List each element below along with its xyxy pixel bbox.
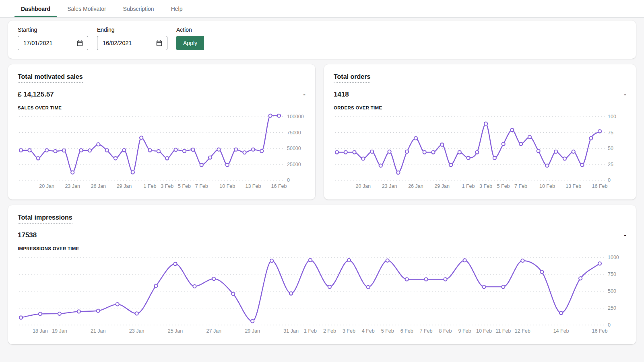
action-label: Action bbox=[176, 27, 204, 33]
svg-text:1 Feb: 1 Feb bbox=[144, 183, 157, 189]
ending-label: Ending bbox=[97, 27, 167, 33]
svg-text:20 Jan: 20 Jan bbox=[39, 183, 54, 189]
svg-text:75000: 75000 bbox=[287, 130, 301, 136]
tab-subscription[interactable]: Subscription bbox=[117, 0, 161, 17]
svg-text:250: 250 bbox=[608, 305, 616, 311]
svg-text:29 Jan: 29 Jan bbox=[434, 183, 450, 189]
ending-date-input[interactable]: 16/02/2021 bbox=[97, 36, 167, 50]
calendar-icon[interactable] bbox=[76, 40, 83, 47]
svg-text:16 Feb: 16 Feb bbox=[592, 328, 608, 334]
svg-text:13 Feb: 13 Feb bbox=[566, 183, 581, 189]
svg-text:29 Jan: 29 Jan bbox=[245, 328, 260, 334]
svg-text:31 Jan: 31 Jan bbox=[283, 328, 299, 334]
svg-text:23 Jan: 23 Jan bbox=[382, 183, 397, 189]
orders-value: 1418 bbox=[334, 90, 349, 99]
orders-chart-label: ORDERS OVER TIME bbox=[334, 105, 626, 110]
impressions-secondary-value: - bbox=[624, 231, 626, 239]
svg-text:500: 500 bbox=[608, 288, 616, 294]
svg-text:29 Jan: 29 Jan bbox=[117, 183, 132, 189]
svg-text:50000: 50000 bbox=[287, 146, 301, 151]
tab-dashboard[interactable]: Dashboard bbox=[14, 0, 57, 17]
starting-label: Starting bbox=[18, 27, 88, 33]
svg-text:0: 0 bbox=[608, 322, 611, 328]
svg-text:5 Feb: 5 Feb bbox=[497, 183, 510, 189]
svg-text:5 Feb: 5 Feb bbox=[178, 183, 191, 189]
sales-value-row: £ 14,125.57 - bbox=[18, 90, 305, 99]
svg-text:10 Feb: 10 Feb bbox=[539, 183, 555, 189]
svg-text:100: 100 bbox=[608, 114, 616, 119]
impressions-line-chart: 0250500750100018 Jan19 Jan21 Jan23 Jan25… bbox=[18, 253, 626, 335]
calendar-icon[interactable] bbox=[156, 40, 163, 47]
svg-text:21 Jan: 21 Jan bbox=[91, 328, 106, 334]
date-range-filter-card: Starting 17/01/2021 Ending 16/02/2021 bbox=[8, 21, 636, 59]
tab-help[interactable]: Help bbox=[165, 0, 189, 17]
svg-text:75: 75 bbox=[608, 130, 613, 136]
svg-text:8 Feb: 8 Feb bbox=[439, 328, 452, 334]
dashboard-page: Starting 17/01/2021 Ending 16/02/2021 bbox=[0, 18, 644, 352]
orders-value-row: 1418 - bbox=[334, 90, 626, 99]
svg-text:23 Jan: 23 Jan bbox=[65, 183, 80, 189]
svg-text:14 Feb: 14 Feb bbox=[553, 328, 569, 334]
svg-text:20 Jan: 20 Jan bbox=[356, 183, 371, 189]
svg-text:7 Feb: 7 Feb bbox=[514, 183, 527, 189]
svg-text:26 Jan: 26 Jan bbox=[408, 183, 423, 189]
total-motivated-sales-card: Total motivated sales £ 14,125.57 - SALE… bbox=[8, 64, 315, 200]
svg-text:1 Feb: 1 Feb bbox=[462, 183, 475, 189]
svg-text:4 Feb: 4 Feb bbox=[362, 328, 375, 334]
svg-text:3 Feb: 3 Feb bbox=[343, 328, 355, 334]
total-orders-card: Total orders 1418 - ORDERS OVER TIME 025… bbox=[324, 64, 636, 200]
svg-text:9 Feb: 9 Feb bbox=[458, 328, 471, 334]
apply-button[interactable]: Apply bbox=[176, 36, 204, 50]
orders-line-chart: 025507510020 Jan23 Jan26 Jan29 Jan1 Feb3… bbox=[334, 113, 626, 191]
total-motivated-sales-title[interactable]: Total motivated sales bbox=[18, 73, 83, 83]
svg-text:18 Jan: 18 Jan bbox=[33, 328, 48, 334]
sales-line-chart: 025000500007500010000020 Jan23 Jan26 Jan… bbox=[18, 113, 305, 191]
tab-sales-motivator[interactable]: Sales Motivator bbox=[61, 0, 112, 17]
svg-text:19 Jan: 19 Jan bbox=[52, 328, 67, 334]
ending-date-value: 16/02/2021 bbox=[103, 40, 132, 46]
action-field: Action Apply bbox=[176, 27, 204, 50]
svg-text:7 Feb: 7 Feb bbox=[195, 183, 208, 189]
orders-secondary-value: - bbox=[624, 90, 626, 99]
sales-chart-label: SALES OVER TIME bbox=[18, 105, 305, 110]
tab-help-label: Help bbox=[171, 6, 183, 12]
tab-sales-motivator-label: Sales Motivator bbox=[67, 6, 106, 12]
total-orders-title[interactable]: Total orders bbox=[334, 73, 370, 83]
svg-text:16 Feb: 16 Feb bbox=[271, 183, 287, 189]
svg-text:11 Feb: 11 Feb bbox=[495, 328, 511, 334]
impressions-value: 17538 bbox=[18, 231, 37, 239]
svg-text:10 Feb: 10 Feb bbox=[476, 328, 492, 334]
svg-text:2 Feb: 2 Feb bbox=[323, 328, 336, 334]
sales-secondary-value: - bbox=[303, 90, 305, 99]
svg-text:3 Feb: 3 Feb bbox=[161, 183, 173, 189]
svg-text:25000: 25000 bbox=[287, 162, 301, 167]
starting-date-value: 17/01/2021 bbox=[23, 40, 53, 46]
svg-text:25: 25 bbox=[608, 162, 613, 167]
sales-value: £ 14,125.57 bbox=[18, 90, 54, 99]
svg-text:100000: 100000 bbox=[287, 114, 304, 119]
svg-text:750: 750 bbox=[608, 272, 616, 277]
svg-text:12 Feb: 12 Feb bbox=[515, 328, 530, 334]
tab-subscription-label: Subscription bbox=[123, 6, 154, 12]
svg-text:0: 0 bbox=[287, 177, 290, 183]
svg-text:23 Jan: 23 Jan bbox=[129, 328, 144, 334]
impressions-value-row: 17538 - bbox=[18, 231, 626, 239]
svg-text:13 Feb: 13 Feb bbox=[245, 183, 261, 189]
svg-text:3 Feb: 3 Feb bbox=[479, 183, 492, 189]
svg-text:25 Jan: 25 Jan bbox=[168, 328, 183, 334]
tab-dashboard-label: Dashboard bbox=[21, 6, 50, 12]
svg-text:50: 50 bbox=[608, 146, 613, 151]
svg-text:16 Feb: 16 Feb bbox=[592, 183, 608, 189]
svg-text:6 Feb: 6 Feb bbox=[400, 328, 413, 334]
svg-text:7 Feb: 7 Feb bbox=[420, 328, 433, 334]
svg-text:5 Feb: 5 Feb bbox=[381, 328, 394, 334]
metrics-row: Total motivated sales £ 14,125.57 - SALE… bbox=[8, 64, 636, 200]
impressions-chart-label: IMPRESSIONS OVER TIME bbox=[18, 246, 626, 251]
starting-date-input[interactable]: 17/01/2021 bbox=[18, 36, 88, 50]
total-impressions-title[interactable]: Total impressions bbox=[18, 214, 72, 224]
svg-text:27 Jan: 27 Jan bbox=[206, 328, 222, 334]
svg-text:10 Feb: 10 Feb bbox=[219, 183, 235, 189]
ending-date-field: Ending 16/02/2021 bbox=[97, 27, 167, 50]
svg-text:26 Jan: 26 Jan bbox=[91, 183, 106, 189]
svg-text:0: 0 bbox=[608, 177, 611, 183]
